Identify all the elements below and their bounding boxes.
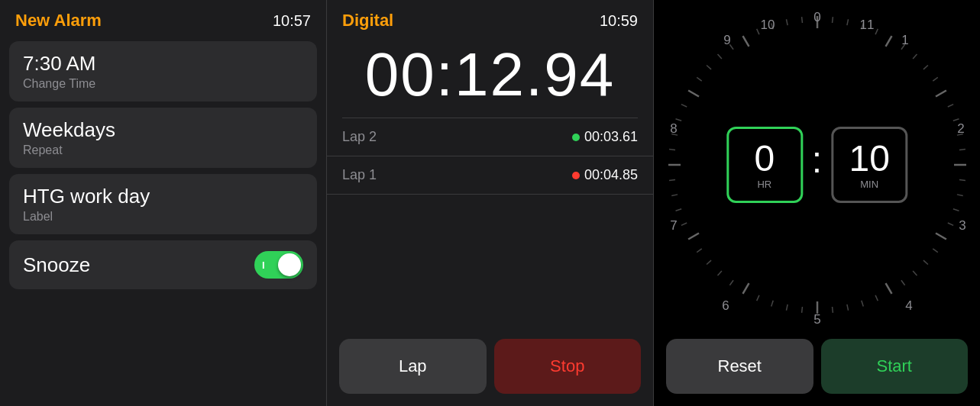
svg-line-11: [947, 105, 953, 107]
timer-hr-value: 0: [754, 140, 775, 177]
stopwatch-title: Digital: [342, 11, 393, 31]
svg-line-35: [742, 283, 749, 294]
svg-line-53: [717, 54, 721, 59]
timer-hr-label: HR: [757, 179, 771, 190]
timer-controls: 0 HR : 10 MIN: [726, 127, 907, 203]
svg-line-24: [901, 280, 904, 285]
svg-line-18: [953, 209, 959, 211]
lap-2-time: 00:03.61: [572, 129, 638, 145]
svg-line-58: [786, 19, 788, 25]
svg-line-33: [771, 301, 772, 307]
svg-line-1: [832, 17, 833, 23]
clock-num-3: 3: [959, 218, 965, 233]
svg-line-55: [742, 36, 749, 47]
svg-line-42: [675, 209, 681, 211]
svg-line-41: [681, 223, 686, 225]
timer-min-value: 10: [849, 140, 889, 177]
clock-num-9: 9: [723, 33, 730, 47]
stopwatch-header: Digital 10:59: [327, 0, 653, 37]
svg-line-8: [923, 66, 927, 69]
alarm-repeat-sublabel: Repeat: [23, 143, 303, 157]
toggle-knob: [278, 253, 301, 276]
timer-buttons: Reset Start: [654, 330, 980, 406]
clock-num-10: 10: [760, 18, 775, 32]
clock-num-4: 4: [905, 298, 912, 313]
stopwatch-display: 00:12.94: [327, 37, 653, 118]
start-button[interactable]: Start: [821, 339, 969, 394]
alarm-time-value: 7:30 AM: [23, 52, 303, 76]
alarm-repeat-value: Weekdays: [23, 118, 303, 142]
svg-line-37: [717, 271, 721, 276]
svg-line-32: [786, 304, 788, 311]
alarm-time-item[interactable]: 7:30 AM Change Time: [9, 41, 317, 102]
svg-line-16: [959, 180, 965, 181]
svg-line-22: [923, 260, 927, 264]
svg-line-2: [846, 19, 848, 25]
clock-num-8: 8: [670, 121, 677, 136]
lap-button[interactable]: Lap: [339, 339, 487, 394]
clock-num-6: 6: [722, 298, 729, 313]
svg-line-21: [933, 249, 937, 253]
clock-num-11: 11: [859, 18, 874, 32]
svg-line-19: [947, 223, 953, 225]
timer-min-label: MIN: [860, 179, 878, 190]
svg-line-9: [933, 77, 937, 81]
svg-line-56: [756, 29, 758, 34]
stopwatch-header-time: 10:59: [600, 12, 638, 30]
clock-num-0: 0: [813, 10, 820, 24]
timer-min-box[interactable]: 10 MIN: [831, 127, 907, 203]
reset-button[interactable]: Reset: [666, 339, 813, 394]
alarm-label-value: HTG work day: [23, 185, 303, 208]
alarm-snooze-item[interactable]: Snooze I: [9, 240, 317, 289]
alarm-panel: New Alarm 10:57 7:30 AM Change Time Week…: [0, 0, 327, 406]
alarm-label-item[interactable]: HTG work day Label: [9, 174, 317, 234]
svg-line-36: [729, 280, 733, 285]
lap-1-dot: [572, 172, 580, 179]
svg-line-59: [801, 17, 802, 23]
svg-line-14: [959, 150, 965, 150]
lap-2-name: Lap 2: [342, 129, 377, 145]
snooze-toggle[interactable]: I: [254, 251, 303, 279]
alarm-time-sublabel: Change Time: [23, 77, 303, 91]
lap-row-1: Lap 1 00:04.85: [327, 156, 653, 195]
svg-line-38: [707, 260, 711, 264]
svg-line-27: [861, 301, 862, 307]
snooze-toggle-wrap[interactable]: I: [254, 251, 303, 279]
alarm-title: New Alarm: [15, 11, 102, 31]
svg-line-10: [936, 91, 946, 97]
alarm-repeat-item[interactable]: Weekdays Repeat: [9, 108, 317, 168]
timer-colon: :: [812, 139, 822, 181]
toggle-i-label: I: [262, 259, 265, 271]
lap-1-time: 00:04.85: [572, 167, 638, 183]
clock-face: 0 1 2 3 4 5 6 7 8 9 10 11 0 HR : 10 MIN: [654, 0, 980, 330]
svg-line-52: [707, 66, 711, 69]
alarm-label-sublabel: Label: [23, 210, 303, 224]
svg-line-48: [675, 119, 681, 121]
svg-line-31: [801, 307, 802, 313]
stop-button[interactable]: Stop: [494, 339, 642, 394]
timer-hr-box[interactable]: 0 HR: [726, 127, 803, 203]
svg-line-23: [913, 271, 917, 276]
svg-line-51: [697, 77, 701, 81]
svg-line-17: [956, 195, 962, 196]
svg-line-28: [846, 304, 848, 311]
alarm-snooze-label: Snooze: [23, 253, 90, 277]
clock-num-1: 1: [901, 33, 908, 47]
svg-line-34: [756, 295, 758, 301]
clock-num-7: 7: [670, 218, 677, 233]
svg-line-4: [875, 29, 878, 34]
svg-line-26: [875, 295, 878, 301]
svg-line-40: [688, 234, 699, 240]
svg-line-5: [885, 36, 891, 47]
svg-line-12: [953, 119, 959, 121]
alarm-header: New Alarm 10:57: [0, 0, 326, 38]
svg-line-25: [885, 283, 891, 294]
svg-line-49: [681, 105, 686, 107]
clock-num-2: 2: [957, 121, 964, 136]
svg-line-7: [913, 54, 917, 59]
alarm-header-time: 10:57: [273, 12, 311, 30]
svg-line-39: [697, 249, 701, 253]
stopwatch-elapsed: 00:12.94: [327, 44, 653, 105]
timer-panel: 0 1 2 3 4 5 6 7 8 9 10 11 0 HR : 10 MIN: [654, 0, 980, 406]
clock-num-5: 5: [813, 312, 820, 325]
